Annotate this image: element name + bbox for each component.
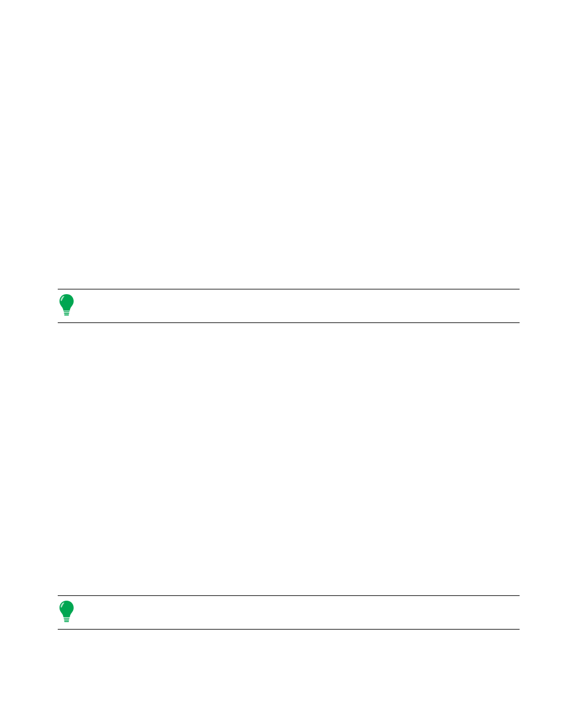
document-page: [0, 0, 562, 728]
lightbulb-icon: [58, 599, 75, 625]
svg-rect-5: [64, 621, 69, 622]
svg-rect-4: [64, 620, 70, 621]
tip-row-1: [58, 289, 520, 322]
svg-rect-3: [64, 618, 70, 619]
svg-rect-0: [64, 311, 70, 312]
lightbulb-icon: [58, 293, 75, 319]
svg-rect-1: [64, 313, 70, 314]
mid-spacer: [58, 323, 520, 595]
rule-bottom-2: [58, 629, 520, 630]
svg-rect-2: [64, 315, 69, 316]
top-spacer: [58, 41, 520, 289]
tip-row-2: [58, 596, 520, 629]
